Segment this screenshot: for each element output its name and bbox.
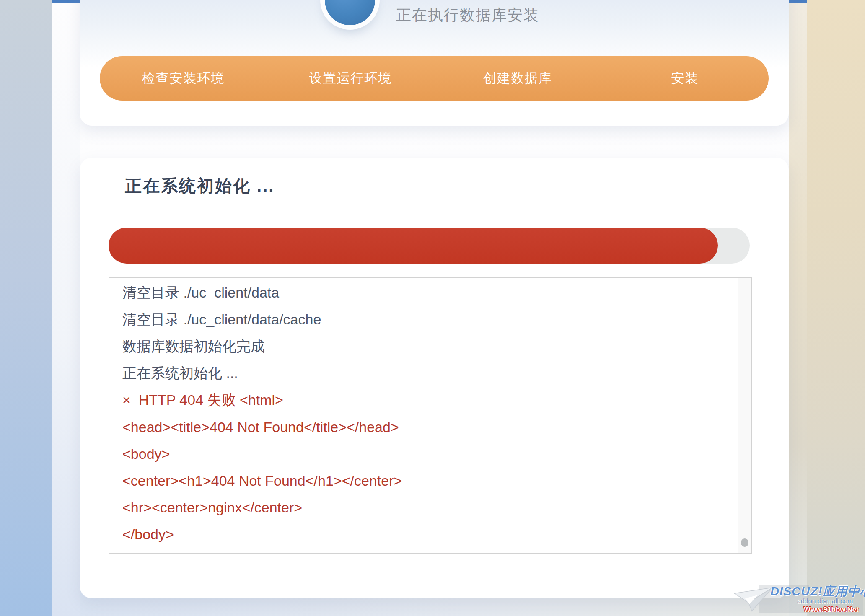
log-line: </html> [109, 548, 737, 554]
log-scrollbar-thumb[interactable] [741, 538, 748, 547]
steps-card: 4 正在执行数据库安装 检查安装环境设置运行环境创建数据库安装 [80, 0, 789, 126]
step-item: 安装 [601, 56, 769, 101]
left-background-band [0, 0, 52, 616]
progress-bar [109, 228, 750, 264]
right-background-strip [789, 0, 807, 616]
log-lines: 清空目录 ./uc_client/data清空目录 ./uc_client/da… [109, 280, 737, 554]
log-line: <body> [109, 440, 737, 467]
install-log[interactable]: 清空目录 ./uc_client/data清空目录 ./uc_client/da… [109, 277, 752, 554]
log-line: 数据库数据初始化完成 [109, 333, 737, 360]
top-left-decoration [52, 0, 80, 3]
log-line: <hr><center>nginx</center> [109, 494, 737, 521]
log-line: <center><h1>404 Not Found</h1></center> [109, 467, 737, 494]
install-status-card: 正在系统初始化 ... 清空目录 ./uc_client/data清空目录 ./… [80, 158, 789, 598]
log-line: × HTTP 404 失败 <html> [109, 387, 737, 414]
step-number: 4 [342, 0, 357, 3]
left-background-strip [52, 0, 80, 616]
steps-bar: 检查安装环境设置运行环境创建数据库安装 [100, 56, 769, 101]
step-item: 设置运行环境 [267, 56, 434, 101]
log-line: <head><title>404 Not Found</title></head… [109, 414, 737, 440]
watermark-domain: addon.dismall.com [797, 598, 853, 605]
progress-fill [109, 228, 718, 264]
log-line: </body> [109, 521, 737, 548]
step-item: 创建数据库 [434, 56, 601, 101]
step-status-text: 正在执行数据库安装 [396, 5, 539, 26]
right-background-band [807, 0, 865, 616]
log-line: 清空目录 ./uc_client/data [109, 280, 737, 306]
step-indicator-circle: 4 [325, 0, 375, 25]
watermark: DISCUZ!应用中心 addon.dismall.com Www.91bbw.… [738, 582, 863, 615]
install-page: 4 正在执行数据库安装 检查安装环境设置运行环境创建数据库安装 正在系统初始化 … [0, 0, 865, 616]
log-line: 正在系统初始化 ... [109, 360, 737, 387]
step-item: 检查安装环境 [100, 56, 267, 101]
log-scrollbar[interactable] [738, 278, 751, 553]
log-line: 清空目录 ./uc_client/data/cache [109, 306, 737, 333]
section-title: 正在系统初始化 ... [125, 174, 275, 197]
paper-plane-icon [733, 586, 774, 613]
watermark-site: Www.91bbw.Net [804, 606, 859, 614]
